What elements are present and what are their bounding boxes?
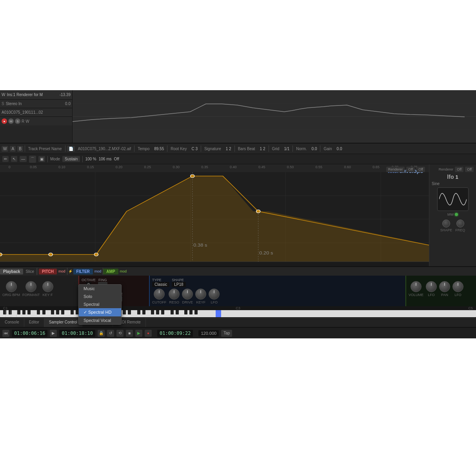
w-btn[interactable]: W (2, 146, 8, 152)
gain-label: Gain (322, 147, 333, 151)
amp-mod-tab[interactable]: mod (118, 268, 129, 274)
lfo-wave-svg (439, 189, 467, 209)
orig-bpm-label: ORIG BPM (2, 293, 20, 297)
tap-btn[interactable]: Tap (221, 330, 232, 337)
r-label[interactable]: R (22, 119, 24, 124)
transport-time-3: 01:00:09:22 (157, 330, 193, 337)
draw-btn[interactable]: ✏ (2, 156, 9, 162)
rewind-btn[interactable]: ⏮ (2, 330, 9, 337)
filter-tab[interactable]: FILTER (73, 269, 93, 274)
formant-group: FORMANT (22, 281, 40, 297)
lfo-off-1[interactable]: Off (455, 167, 463, 172)
playback-dropdown[interactable]: Music Solo Spectral Spectral HD Spectral… (78, 284, 122, 325)
w-track-label[interactable]: W (25, 119, 29, 124)
transport-tempo: 120.000 (198, 330, 219, 336)
play-btn[interactable]: ▶ (135, 330, 142, 337)
dropdown-solo[interactable]: Solo (79, 293, 121, 300)
dropdown-music[interactable]: Music (79, 285, 121, 293)
pitch-mod-tab[interactable]: mod (57, 268, 67, 274)
octave-label: OCTAVE (82, 278, 96, 282)
root-key-label: Root Key (169, 147, 188, 151)
shape-knob-group: SHAPE (440, 220, 452, 232)
stop-btn[interactable]: ■ (126, 330, 133, 337)
drive-knob[interactable] (182, 289, 193, 300)
lfo-pan-knob[interactable] (452, 281, 463, 292)
slice-tab[interactable]: Slice (23, 268, 37, 275)
solo-button[interactable]: S (15, 118, 20, 124)
off-btn-2[interactable]: Off (416, 167, 425, 172)
scrollbar-area[interactable] (0, 262, 429, 266)
record-btn[interactable]: ● (145, 330, 152, 337)
mute-button[interactable]: M (8, 118, 14, 124)
shape-knob[interactable] (442, 220, 450, 227)
loop-btn[interactable]: ↺ (107, 330, 114, 337)
type-value[interactable]: Classic (152, 282, 169, 287)
line-btn[interactable]: — (20, 156, 27, 162)
keyf-knob[interactable] (42, 281, 53, 292)
b-btn[interactable]: B (17, 146, 23, 152)
preset-label: Track Preset Name (27, 147, 64, 151)
mode-value[interactable]: Sustain (62, 156, 80, 162)
shape-value[interactable]: LP18 (172, 282, 185, 287)
w-label[interactable]: W (2, 93, 5, 97)
console-tab[interactable]: Console (0, 318, 24, 327)
lfo-off-2[interactable]: Off (465, 167, 474, 172)
freq-label: FREQ (455, 228, 465, 232)
cutoff-knob[interactable] (154, 289, 165, 300)
extra-btn[interactable]: ▣ (38, 156, 45, 162)
lock-btn[interactable]: 🔒 (98, 330, 105, 337)
drive-group: DRIVE (182, 289, 193, 304)
lfo-amp-label: LFO (428, 293, 435, 297)
reso-knob[interactable] (169, 289, 180, 300)
piano-keyboard[interactable]: C1 C3 C5 (0, 306, 476, 318)
formant-knob[interactable] (25, 281, 36, 292)
keyf-group: KEY F (42, 281, 53, 297)
volume-knob[interactable] (411, 281, 421, 292)
sampler-control-tab[interactable]: Sampler Control (44, 318, 82, 327)
off-btn-1[interactable]: Off (406, 167, 415, 172)
keyf-filter-label: KEYF (196, 300, 206, 304)
dropdown-spectral[interactable]: Spectral (79, 300, 121, 308)
toolbar-sep-5 (201, 145, 201, 152)
file-icon[interactable]: 📄 (67, 146, 75, 152)
ruler-055: 0.55 (316, 165, 323, 169)
lfo-shape-freq-row: SHAPE FREQ (440, 220, 465, 232)
a-btn[interactable]: A (10, 146, 16, 152)
sampler-controls-row: Music Solo Spectral Spectral HD Spectral… (0, 276, 476, 306)
cutoff-label: CUTOFF (152, 300, 166, 304)
track-header-left: W Ins:1 Renderer for M -13.39 S Stereo I… (0, 90, 73, 143)
mw-led (455, 213, 458, 216)
amp-tab[interactable]: AMP (103, 269, 118, 274)
select-btn[interactable]: ↖ (11, 156, 17, 162)
keyf-filter-knob[interactable] (195, 289, 206, 300)
amp-section: VOLUME LFO PAN LFO (405, 276, 476, 306)
dropdown-spectral-vocal[interactable]: Spectral Vocal (79, 316, 121, 324)
ruler-030: 0.30 (173, 165, 180, 169)
norm-label: Norm. (294, 147, 308, 151)
dropdown-spectral-hd[interactable]: Spectral HD (79, 308, 121, 316)
lfo-pan-group: LFO (452, 281, 463, 297)
toolbar-sep-1 (25, 145, 25, 152)
lfo-amp-knob[interactable] (426, 281, 437, 292)
ruler-045: 0.45 (258, 165, 265, 169)
editor-tab[interactable]: Editor (24, 318, 44, 327)
track-controls-row[interactable]: ● M S R W (0, 117, 72, 125)
lfo-filter-knob[interactable] (209, 289, 220, 300)
ruler-035: 0.35 (201, 165, 208, 169)
forward-btn[interactable]: ▶ (50, 330, 57, 337)
freq-knob[interactable] (456, 220, 464, 227)
record-button[interactable]: ● (2, 118, 7, 124)
s-label: S (2, 102, 4, 106)
pan-knob[interactable] (439, 281, 450, 292)
curve-btn[interactable]: ⌒ (29, 156, 36, 163)
orig-bpm-knob[interactable] (6, 281, 17, 292)
bars-beat-label: Bars Beat (236, 147, 257, 151)
filter-mod-tab[interactable]: mod (93, 268, 103, 274)
pitch-tab[interactable]: PITCH (39, 269, 57, 274)
ruler-0: 0 (9, 165, 11, 169)
lfo-number: 1 (455, 174, 458, 180)
playback-tab[interactable]: Playback (0, 269, 23, 274)
cycle-btn[interactable]: ⟲ (116, 330, 124, 337)
envelope-svg: 0.38 s 0.20 s (0, 172, 476, 266)
filter-type-control: TYPE Classic (152, 278, 169, 287)
